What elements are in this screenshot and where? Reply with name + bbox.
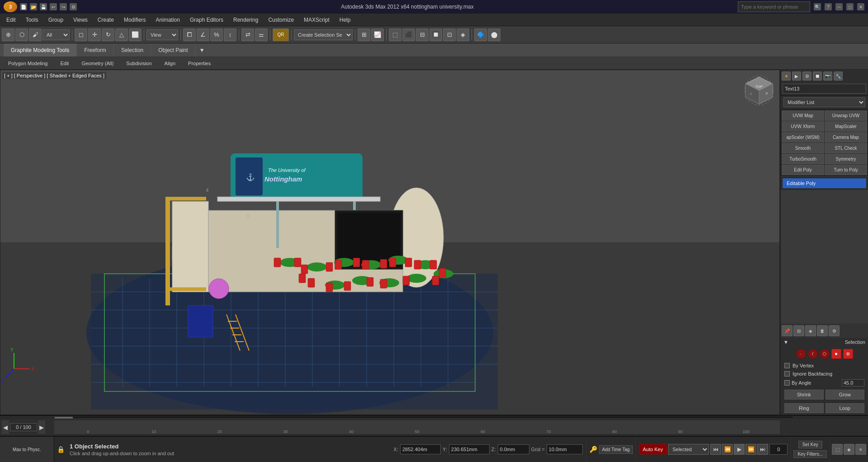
by-angle-input[interactable]	[842, 379, 864, 386]
align-tab[interactable]: Align	[160, 59, 180, 67]
go-to-start-btn[interactable]: ⏮	[710, 444, 721, 455]
mirror-btn[interactable]: ⇄	[241, 29, 254, 41]
menu-animation[interactable]: Animation	[151, 15, 184, 25]
mod-btn-unwrap-uvw[interactable]: Unwrap UVW	[825, 110, 867, 121]
set-key-btn[interactable]: Set Key	[798, 441, 822, 448]
next-frame-btn[interactable]: ▶	[38, 420, 45, 434]
by-angle-checkbox[interactable]	[784, 380, 790, 386]
border-sel-icon[interactable]: ⬡	[820, 349, 830, 359]
subdivision-tab[interactable]: Subdivision	[122, 59, 156, 67]
paint-select-btn[interactable]: 🖌	[29, 29, 42, 41]
prev-frame-btn[interactable]: ◀	[2, 420, 9, 434]
render-setup-btn[interactable]: 🔲	[429, 29, 442, 41]
play-btn[interactable]: ▶	[734, 444, 745, 455]
modifier-editable-poly[interactable]: Editable Poly	[783, 178, 866, 188]
minimize-icon[interactable]: ─	[835, 3, 843, 10]
z-coord-input[interactable]	[498, 444, 529, 454]
angle-snap-btn[interactable]: ∠	[197, 29, 209, 41]
menu-rendering[interactable]: Rendering	[229, 15, 263, 25]
hierarchy-panel-icon[interactable]: ⚙	[802, 71, 811, 81]
mod-btn-uvw-xform[interactable]: UVW Xform	[782, 121, 824, 132]
geometry-all-tab[interactable]: Geometry (All)	[77, 59, 118, 67]
mod-btn-uvw-map[interactable]: UVW Map	[782, 110, 824, 121]
grow-btn[interactable]: Grow	[826, 390, 865, 400]
select-tool-btn[interactable]: ⊕	[2, 29, 14, 41]
polygon-sel-icon[interactable]: ■	[831, 349, 841, 359]
menu-edit[interactable]: Edit	[2, 15, 20, 25]
timeline-track[interactable]: 0 10 20 30 40 50 60 70 80 90 100	[54, 420, 780, 434]
select-btn[interactable]: ◻	[75, 29, 87, 41]
configure-modifier-sets-btn[interactable]: ⚙	[829, 325, 840, 336]
select-and-move-btn[interactable]: ✛	[88, 29, 101, 41]
menu-customize[interactable]: Customize	[264, 15, 298, 25]
render-frame-btn[interactable]: ⊡	[443, 29, 456, 41]
mod-btn-turn-to-poly[interactable]: Turn to Poly	[825, 165, 867, 175]
scroll-track[interactable]	[54, 416, 793, 419]
material-editor-btn[interactable]: 🔷	[474, 29, 487, 41]
y-coord-input[interactable]	[449, 444, 490, 454]
modifier-list-dropdown[interactable]: Modifier List	[783, 97, 865, 107]
x-coord-input[interactable]	[400, 444, 441, 454]
vertex-sel-icon[interactable]: ·	[796, 349, 806, 359]
mod-btn-edit-poly[interactable]: Edit Poly	[782, 165, 824, 175]
create-selection-dropdown[interactable]: Create Selection Se	[294, 29, 353, 40]
select-region-btn[interactable]: ⬡	[15, 29, 28, 41]
display-panel-icon[interactable]: ☀	[782, 71, 791, 81]
curve-editor-btn[interactable]: 📈	[371, 29, 384, 41]
close-icon[interactable]: ✕	[857, 3, 864, 10]
menu-views[interactable]: Views	[69, 15, 92, 25]
grid-input[interactable]	[547, 444, 583, 454]
menu-help[interactable]: Help	[335, 15, 355, 25]
navigation-cube[interactable]: TOP R L	[743, 75, 775, 106]
help-icon[interactable]: ?	[825, 3, 832, 10]
max-to-phys-btn[interactable]: Max to Physc.	[0, 437, 54, 462]
snap-toggle-btn[interactable]: ⧠	[183, 29, 196, 41]
menu-maxscript[interactable]: MAXScript	[299, 15, 334, 25]
utilities-panel-icon[interactable]: 🔲	[813, 71, 822, 81]
search-input[interactable]	[738, 1, 810, 12]
shrink-btn[interactable]: Shrink	[784, 390, 824, 400]
menu-modifiers[interactable]: Modifiers	[119, 15, 151, 25]
view-dropdown[interactable]: View	[146, 29, 178, 40]
polygon-modeling-tab[interactable]: Polygon Modeling	[4, 59, 52, 67]
adaptive-degradation-icon[interactable]: ◈	[844, 444, 854, 455]
edge-sel-icon[interactable]: /	[808, 349, 818, 359]
select-and-rotate-btn[interactable]: ↻	[102, 29, 114, 41]
asset-tracker-btn[interactable]: ⬛	[402, 29, 415, 41]
select-and-scale-btn[interactable]: △	[115, 29, 128, 41]
active-shade-btn[interactable]: ◈	[457, 29, 469, 41]
qr-btn[interactable]: QR	[273, 29, 289, 41]
element-sel-icon[interactable]: ⊞	[843, 349, 853, 359]
play-back-btn[interactable]: ⏩	[745, 444, 756, 455]
menu-create[interactable]: Create	[93, 15, 118, 25]
mod-btn-smooth[interactable]: Smooth	[782, 143, 824, 153]
filter-dropdown[interactable]: All	[42, 29, 70, 40]
new-file-icon[interactable]: 📄	[20, 3, 27, 10]
viewport[interactable]: [ + ] [ Perspective ] [ Shaded + Edged F…	[0, 70, 780, 415]
mod-btn-stl-check[interactable]: STL Check	[825, 143, 867, 153]
frame-counter[interactable]	[10, 423, 37, 431]
create-panel-icon[interactable]: 📷	[823, 71, 832, 81]
scene-canvas[interactable]: ⚓ The University of Nottingham	[0, 70, 779, 414]
align-btn[interactable]: ⚌	[255, 29, 268, 41]
menu-group[interactable]: Group	[44, 15, 68, 25]
object-paint-tab[interactable]: Object Paint	[151, 43, 195, 57]
redo-icon[interactable]: ↪	[60, 3, 67, 10]
mod-btn-turbosmooth[interactable]: TurboSmooth	[782, 154, 824, 164]
container-btn[interactable]: ⊟	[416, 29, 429, 41]
current-time-input[interactable]	[769, 444, 788, 455]
edit-tab[interactable]: Edit	[56, 59, 73, 67]
mod-btn-mapscaler[interactable]: MapScaler	[825, 121, 867, 132]
loop-btn[interactable]: Loop	[826, 403, 865, 413]
mod-btn-symmetry[interactable]: Symmetry	[825, 154, 867, 164]
render-explorer-btn[interactable]: ⬤	[488, 29, 500, 41]
by-vertex-checkbox[interactable]	[784, 363, 790, 368]
graphite-modeling-tab[interactable]: Graphite Modeling Tools	[4, 43, 77, 57]
percent-snap-btn[interactable]: %	[210, 29, 223, 41]
modify-panel-icon[interactable]: 🔧	[834, 71, 843, 81]
project-icon[interactable]: ⚙	[70, 3, 77, 10]
remove-modifier-btn[interactable]: 🗑	[817, 325, 828, 336]
scroll-thumb[interactable]	[55, 417, 73, 419]
mod-btn-apscaler[interactable]: apScaler (WSM)	[782, 132, 824, 143]
ignore-backfacing-checkbox[interactable]	[784, 371, 790, 376]
